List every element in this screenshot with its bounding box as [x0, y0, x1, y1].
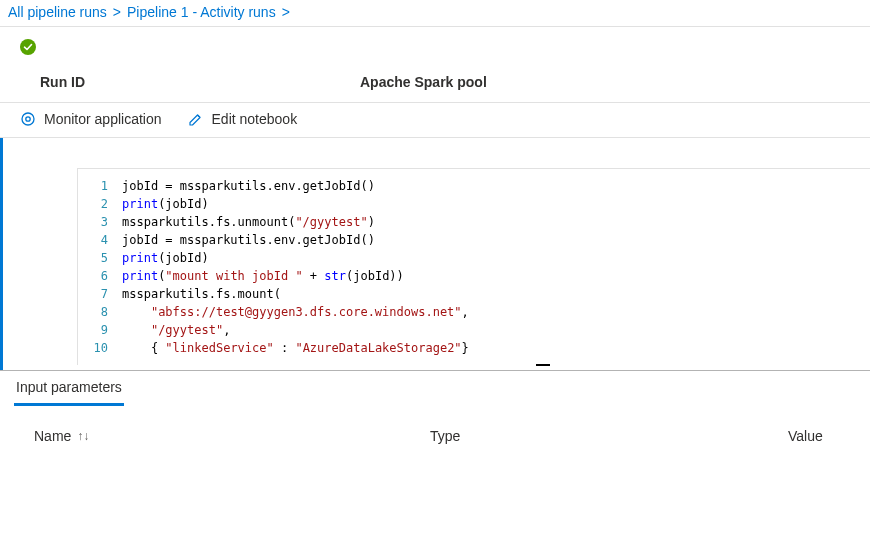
line-number: 6 [78, 267, 122, 285]
code-line: 7mssparkutils.fs.mount( [78, 285, 870, 303]
breadcrumb-all-runs[interactable]: All pipeline runs [8, 4, 107, 20]
line-number: 10 [78, 339, 122, 357]
svg-point-0 [20, 39, 36, 55]
breadcrumb: All pipeline runs > Pipeline 1 - Activit… [0, 0, 870, 27]
code-text: print("mount with jobId " + str(jobId)) [122, 267, 870, 285]
cursor-mark [536, 364, 550, 366]
code-line: 1jobId = mssparkutils.env.getJobId() [78, 177, 870, 195]
edit-notebook-button[interactable]: Edit notebook [188, 111, 298, 127]
code-line: 2print(jobId) [78, 195, 870, 213]
run-id-label: Run ID [40, 74, 360, 90]
code-text: jobId = mssparkutils.env.getJobId() [122, 177, 870, 195]
code-text: { "linkedService" : "AzureDataLakeStorag… [122, 339, 870, 357]
breadcrumb-pipeline-activity-runs[interactable]: Pipeline 1 - Activity runs [127, 4, 276, 20]
code-line: 6print("mount with jobId " + str(jobId)) [78, 267, 870, 285]
col-type[interactable]: Type [430, 428, 788, 444]
line-number: 2 [78, 195, 122, 213]
code-line: 10 { "linkedService" : "AzureDataLakeSto… [78, 339, 870, 357]
code-text: "/gyytest", [122, 321, 870, 339]
code-text: jobId = mssparkutils.env.getJobId() [122, 231, 870, 249]
code-line: 4jobId = mssparkutils.env.getJobId() [78, 231, 870, 249]
line-number: 8 [78, 303, 122, 321]
chevron-right-icon: > [113, 4, 121, 20]
chevron-right-icon: > [282, 4, 290, 20]
line-number: 9 [78, 321, 122, 339]
line-number: 4 [78, 231, 122, 249]
code-line: 3mssparkutils.fs.unmount("/gyytest") [78, 213, 870, 231]
params-section: Input parameters Name ↑↓ Type Value [0, 370, 870, 454]
code-line: 8 "abfss://test@gyygen3.dfs.core.windows… [78, 303, 870, 321]
code-text: mssparkutils.fs.mount( [122, 285, 870, 303]
toolbar: Monitor application Edit notebook [0, 102, 870, 138]
col-name[interactable]: Name ↑↓ [34, 428, 430, 444]
svg-point-2 [26, 117, 30, 121]
code-editor[interactable]: 1jobId = mssparkutils.env.getJobId()2pri… [77, 168, 870, 365]
col-value[interactable]: Value [788, 428, 836, 444]
code-text: mssparkutils.fs.unmount("/gyytest") [122, 213, 870, 231]
line-number: 3 [78, 213, 122, 231]
monitor-application-button[interactable]: Monitor application [20, 111, 162, 127]
code-text: print(jobId) [122, 195, 870, 213]
notebook-cell: 1jobId = mssparkutils.env.getJobId()2pri… [0, 138, 870, 370]
edit-icon [188, 111, 204, 127]
tabs: Input parameters [0, 371, 870, 406]
run-meta: Run ID Apache Spark pool [0, 64, 870, 102]
status-row [0, 27, 870, 64]
spark-pool-label: Apache Spark pool [360, 74, 487, 90]
monitor-icon [20, 111, 36, 127]
line-number: 1 [78, 177, 122, 195]
col-name-label: Name [34, 428, 71, 444]
code-text: "abfss://test@gyygen3.dfs.core.windows.n… [122, 303, 870, 321]
sort-icon: ↑↓ [77, 430, 89, 442]
code-text: print(jobId) [122, 249, 870, 267]
svg-point-1 [22, 113, 34, 125]
success-check-icon [20, 39, 36, 55]
params-table-header: Name ↑↓ Type Value [0, 406, 870, 454]
code-line: 5print(jobId) [78, 249, 870, 267]
line-number: 5 [78, 249, 122, 267]
edit-notebook-label: Edit notebook [212, 111, 298, 127]
code-line: 9 "/gyytest", [78, 321, 870, 339]
tab-input-parameters[interactable]: Input parameters [14, 379, 124, 406]
monitor-application-label: Monitor application [44, 111, 162, 127]
line-number: 7 [78, 285, 122, 303]
